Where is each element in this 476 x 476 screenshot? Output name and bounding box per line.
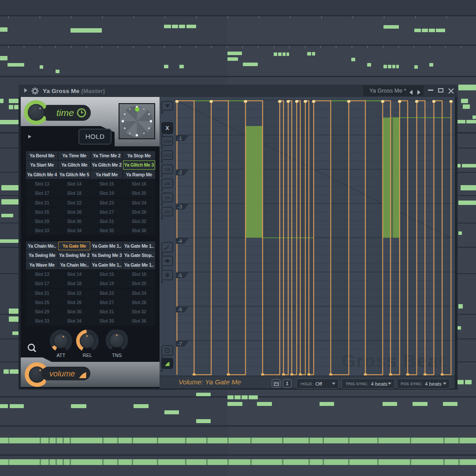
svg-text:-4: -4 bbox=[178, 238, 182, 244]
svg-text:Gross Beat: Gross Beat bbox=[342, 351, 445, 371]
svg-text:-6: -6 bbox=[178, 307, 182, 312]
svg-text:-7: -7 bbox=[178, 341, 182, 346]
svg-text:REL: REL bbox=[83, 353, 92, 358]
svg-text:-2: -2 bbox=[178, 170, 182, 175]
svg-text:TNS: TNS bbox=[112, 353, 122, 358]
svg-text:-1: -1 bbox=[178, 136, 182, 141]
svg-text:-5: -5 bbox=[178, 273, 182, 278]
svg-text:-3: -3 bbox=[178, 204, 182, 209]
